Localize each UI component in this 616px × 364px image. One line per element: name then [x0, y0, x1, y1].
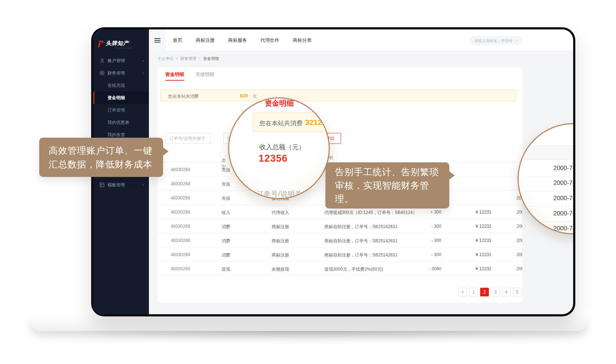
- sidebar-item-2[interactable]: 在线充值: [93, 79, 149, 92]
- cell-desc: 商标自助注册，订单号：SB2514263J: [324, 252, 397, 258]
- cell-project: 余额提现: [272, 266, 289, 272]
- pagination-page-3[interactable]: 3: [491, 288, 500, 296]
- cell-order: 48330268: [171, 266, 190, 271]
- cell-amount: + 300: [430, 210, 441, 215]
- cell-time: 2000-7-27 11:58:03: [516, 224, 522, 229]
- topnav-items: 首页商标注册商标服务代理合作商标分类: [173, 29, 312, 51]
- cell-time: 2000-7-27 11:58:03: [516, 210, 522, 215]
- income-total-value: 12356: [259, 153, 288, 164]
- sidebar-item-5[interactable]: 我的优惠券: [93, 116, 149, 129]
- pagination-page-4[interactable]: 4: [502, 288, 511, 296]
- sidebar-item-label: 账户管理: [108, 58, 125, 64]
- cell-amount: - 300: [431, 238, 441, 243]
- cell-project: 商标注册: [272, 224, 289, 230]
- row-divider: [523, 222, 573, 222]
- banner-amount: 820: [240, 93, 248, 98]
- table-row: 48330268消费商标注册商标自助注册，订单号：SB2514263J- 300…: [158, 219, 522, 233]
- cell-balance: ¥ 12231: [476, 210, 491, 215]
- cell-order: 48330268: [171, 167, 190, 172]
- logo-title: 头牌知产: [106, 40, 129, 46]
- row-divider: [523, 191, 573, 191]
- user-icon: [100, 58, 105, 63]
- topnav-item[interactable]: 商标注册: [196, 37, 215, 44]
- trademark-search-input[interactable]: [469, 36, 522, 45]
- magnified-time-value: 2000-7-27 11:58:03: [519, 179, 573, 187]
- chevron-down-icon: ∨: [142, 183, 144, 187]
- menu-toggle-button[interactable]: [149, 29, 166, 51]
- cell-project: 商标注册: [272, 238, 289, 244]
- sidebar-item-label: 模板管理: [108, 182, 125, 188]
- topnav-item[interactable]: 代理合作: [260, 37, 279, 44]
- cell-type: 充值: [222, 195, 230, 202]
- page: 头牌知产 TOUPAI.COM 账户管理∨财务管理∧在线充值资金明细订单管理我的…: [0, 0, 616, 364]
- cell-type: 充值: [222, 181, 230, 187]
- breadcrumb-item[interactable]: 财务管理: [180, 56, 196, 61]
- cell-type: 充值: [222, 167, 230, 173]
- row-divider: [523, 206, 573, 207]
- banner-unit: 元: [252, 93, 257, 100]
- sidebar-item-label: 我的发票: [108, 132, 125, 138]
- sidebar-item-4[interactable]: 订单管理: [93, 104, 149, 116]
- chevron-down-icon: ∨: [223, 158, 225, 161]
- tooltip-left: 高效管理账户订单、一键 汇总数据，降低财务成本: [39, 138, 163, 177]
- cell-order: 48330268: [171, 195, 190, 201]
- sidebar-item-0[interactable]: 账户管理∨: [93, 54, 149, 67]
- cell-time: 2000-7-27 11:58:03: [516, 266, 522, 271]
- sidebar-item-1[interactable]: 财务管理∧: [93, 67, 149, 79]
- tooltip-right: 告别手工统计、告别繁琐 审核，实现智能财务管 理。: [325, 162, 449, 209]
- breadcrumb-item[interactable]: 个人中心: [158, 56, 174, 61]
- logo-subtitle: TOUPAI.COM: [114, 47, 133, 49]
- chevron-up-icon: ∧: [142, 71, 144, 75]
- pagination-page-1[interactable]: 1: [469, 288, 478, 296]
- cell-type: 消费: [222, 252, 230, 258]
- sidebar-item-label: 在线充值: [108, 82, 125, 89]
- topnav-item[interactable]: 商标服务: [228, 37, 247, 44]
- table-row: 48330268消费商标注册商标自助注册，订单号：SB2514263J- 300…: [158, 233, 522, 247]
- cell-type: 收入: [222, 210, 230, 216]
- sidebar-item-7[interactable]: 模板管理∨: [93, 179, 149, 191]
- template-icon: [100, 182, 105, 187]
- breadcrumb-item[interactable]: 资金明细: [203, 56, 219, 61]
- table-header: 类型∨ 项目∨ 说明: [158, 152, 522, 162]
- cell-order: 48330268: [171, 224, 190, 229]
- cell-balance: ¥ 12231: [476, 266, 491, 271]
- magnified-time-value: 2000-7-27 11:58:03: [519, 210, 573, 217]
- pagination: <12345: [458, 288, 522, 296]
- pagination-page-2[interactable]: 2: [480, 288, 489, 296]
- magnified-time-value: 2000-7-27 11:58:03: [519, 195, 573, 202]
- logo-icon: [97, 40, 104, 49]
- sidebar-item-3[interactable]: 资金明细: [93, 92, 149, 104]
- cell-order: 48330268: [171, 181, 190, 186]
- cell-balance: ¥ 12231: [476, 224, 491, 229]
- tab-recharge-detail[interactable]: 充值明细: [195, 71, 214, 78]
- sidebar-item-label: 订单管理: [108, 107, 125, 113]
- cell-type: 提现: [222, 266, 230, 272]
- time-column-header: 时间: [519, 145, 573, 160]
- cell-type: 消费: [222, 224, 230, 230]
- tab-funds-detail[interactable]: 资金明细: [165, 71, 184, 78]
- magnifier-circle-left: 资金明细 您在本站共消费 32124 收入总额（元） 12356 订单号/说明关…: [228, 97, 330, 199]
- consumption-banner: 您在本站共消费 820 元: [161, 90, 516, 101]
- topnav-item[interactable]: 商标分类: [293, 37, 312, 44]
- cell-time: 2000-7-27 11:58:03: [516, 252, 522, 257]
- cell-amount: - 300: [431, 252, 441, 257]
- cell-project: 代理收入: [272, 210, 289, 216]
- cell-desc: 代理提成300元（ID:1245，订单号：SB45124）: [324, 210, 417, 216]
- keyword-filter-input[interactable]: [165, 133, 211, 144]
- pagination-prev-button[interactable]: <: [458, 288, 467, 296]
- cell-order: 48330268: [171, 238, 190, 243]
- income-total-label: 收入总额（元）: [259, 143, 305, 151]
- app-logo: 头牌知产 TOUPAI.COM: [97, 40, 129, 49]
- cell-amount: - 300: [431, 224, 441, 229]
- laptop-base: [31, 316, 587, 331]
- hamburger-icon: [154, 37, 161, 44]
- cell-amount: - 3060: [429, 266, 441, 271]
- topnav-item[interactable]: 首页: [173, 37, 182, 44]
- table-row: 48330268消费商标注册商标自助注册，订单号：SB2514263J- 300…: [158, 247, 522, 262]
- breadcrumb: 个人中心>财务管理>资金明细: [158, 56, 219, 61]
- cell-order: 48330268: [171, 210, 190, 215]
- pagination-page-5[interactable]: 5: [513, 288, 522, 296]
- chevron-down-icon: ∨: [142, 59, 144, 62]
- row-divider: [523, 176, 573, 177]
- breadcrumb-separator: >: [176, 56, 178, 61]
